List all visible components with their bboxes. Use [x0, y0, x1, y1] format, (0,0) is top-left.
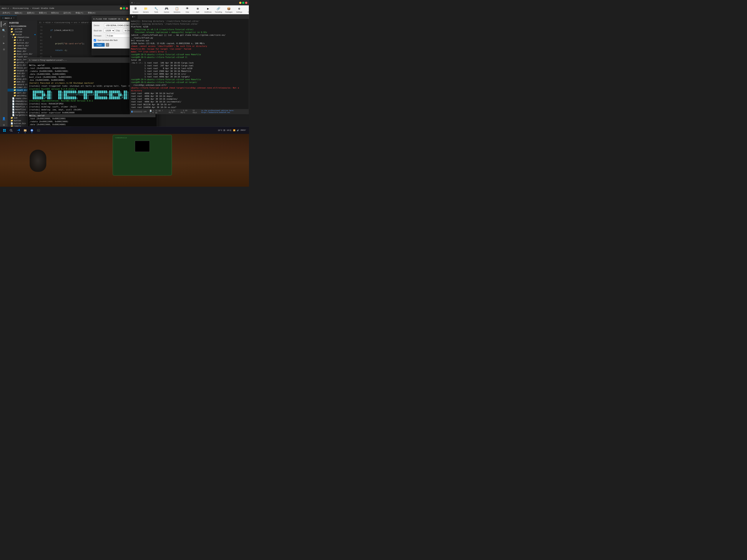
- mobaterm-minimize-button[interactable]: [239, 2, 241, 4]
- svg-rect-7: [24, 129, 25, 130]
- taskbar-apps: >_: [16, 127, 218, 133]
- taskbar-app-explorer[interactable]: [22, 127, 28, 133]
- sidebar-project[interactable]: ▶ RISCVLEARRNING: [7, 25, 37, 28]
- packages-icon: 📦: [227, 7, 231, 11]
- mobaterm-tab-8[interactable]: 8 ×: [130, 15, 138, 19]
- taskbar-app-vscode[interactable]: [16, 127, 22, 133]
- mobaterm-line: 1 root root 0 Apr 30 10:16 last-k210: [131, 67, 248, 70]
- kflash-action-row: Flash i: [94, 43, 134, 47]
- kflash-device-label: Device: [94, 24, 103, 26]
- tunneling-label: Tunneling: [215, 11, 222, 13]
- mobaterm-maximize-button[interactable]: [242, 2, 244, 4]
- menu-goto[interactable]: 转到(G): [50, 11, 60, 14]
- menu-terminal[interactable]: 终端(T): [75, 11, 84, 14]
- net-up-label: ↑ 0.00 Mb/s: [181, 110, 189, 114]
- terminal-line: .rodata [0x80022000, 0x80023000): [29, 120, 155, 123]
- mobaterm-multiexec-btn[interactable]: ▶ MultiExec: [204, 6, 212, 14]
- vscode-window-controls: [120, 7, 128, 9]
- sidebar-item-dmac-dir[interactable]: 📁 dmac.dir: [7, 50, 37, 53]
- tab-main-c[interactable]: C main.c ×: [0, 16, 17, 20]
- mobaterm-games-btn[interactable]: 🎮 Games: [162, 6, 171, 14]
- mobaterm-close-button[interactable]: [245, 2, 247, 4]
- mobaterm-window-controls: [239, 2, 247, 4]
- sidebar-item-github[interactable]: 📁 .github: [7, 28, 37, 30]
- close-button[interactable]: [126, 7, 128, 9]
- minimize-button[interactable]: [120, 7, 122, 9]
- circuit-board: [113, 135, 172, 176]
- mobaterm-view-btn[interactable]: 👁 View: [183, 6, 191, 14]
- kflash-flash-button[interactable]: Flash: [94, 43, 105, 47]
- progress-label: 10%: [143, 111, 147, 113]
- mobaterm-line: 1 root root 4096 Apr 30 10:16 target/: [131, 75, 248, 78]
- progress-bar-fill: [131, 111, 132, 113]
- mobaterm-line: root root 961136 Apr 30 10:16 os*: [131, 103, 248, 106]
- mobaterm-help-btn[interactable]: ? Help: [246, 6, 249, 14]
- kflash-minimize-button[interactable]: [126, 18, 129, 20]
- terminal-icon: >_: [37, 129, 40, 132]
- games-label: Games: [164, 11, 169, 13]
- taskbar: >_ 25°C 阴 S中文 📶 🔊 2022/: [0, 127, 249, 134]
- activity-search[interactable]: 🔍: [1, 28, 7, 33]
- mobaterm-tab-label: 8: [132, 16, 133, 18]
- sidebar-item-cmakefiles[interactable]: ▼ 📁 CMakeFiles: [7, 36, 37, 39]
- sidebar-item-vscode[interactable]: 📁 .vscode: [7, 30, 37, 33]
- activity-extensions[interactable]: ⊞: [1, 47, 7, 52]
- vscode-icon: [17, 129, 20, 132]
- taskbar-weather: 25°C 阴: [218, 129, 225, 132]
- mobaterm-line: total 20: [131, 59, 248, 61]
- kflash-info-button[interactable]: i: [106, 43, 109, 47]
- taskbar-app-terminal[interactable]: >_: [35, 127, 42, 133]
- mobaterm-tunneling-btn[interactable]: 🔗 Tunneling: [214, 6, 223, 14]
- board-screen: [135, 141, 150, 152]
- mobaterm-tools-btn[interactable]: 🔧 Tools: [152, 6, 160, 14]
- sidebar-item-button-dir[interactable]: 📁 button.dir: [7, 42, 37, 44]
- mobaterm-line: root root 4096 Apr 30 10:16 incremental/: [131, 100, 248, 103]
- mobaterm-line: root root 144056 Apr 30 10:16 os.bin*: [131, 106, 248, 109]
- mobaterm-tab-close[interactable]: ×: [134, 16, 135, 18]
- mobaterm-line: 1 root root 2980 Apr 30 10:16 Makefile: [131, 70, 248, 73]
- view-icon: 👁: [185, 7, 189, 11]
- mobaterm-line: root@VM-20-9-ubuntu:~/rCore-Tutorial-v3/…: [131, 53, 248, 56]
- mobaterm-settings-btn[interactable]: ⚙ Settings: [235, 6, 243, 14]
- start-button[interactable]: [1, 127, 7, 133]
- multiexec-icon: ▶: [206, 7, 210, 11]
- tools-label: Tools: [154, 11, 158, 13]
- mobaterm-split-btn[interactable]: ⊞ Split: [194, 6, 202, 14]
- taskbar-search-button[interactable]: [8, 127, 14, 133]
- session-icon: 🖥: [133, 7, 137, 11]
- taskbar-app-chrome[interactable]: [29, 127, 35, 133]
- mobaterm-line: root root 4096 Apr 30 10:16 build/: [131, 92, 248, 95]
- activity-account[interactable]: 👤: [1, 116, 7, 122]
- activity-git[interactable]: ⑂: [1, 34, 7, 40]
- sidebar-item-build[interactable]: ▼ 📁 build: [7, 33, 37, 36]
- mobaterm-body[interactable]: make[1]: Entering directory '/root/rCore…: [130, 19, 249, 109]
- menu-run[interactable]: 运行(R): [62, 11, 72, 14]
- maximize-button[interactable]: [123, 7, 125, 9]
- sidebar-item-3221[interactable]: 📁 3.22.1: [7, 39, 37, 42]
- tab-close-button[interactable]: ×: [13, 17, 15, 19]
- kflash-open-terminal-label: Open terminal after flash: [97, 39, 118, 41]
- menu-edit[interactable]: 编辑(E): [14, 11, 23, 14]
- mobaterm-toolbar: 🖥 Session 📁 Servers 🔧 Tools 🎮 Games 📋 Se…: [130, 5, 249, 14]
- activity-debug[interactable]: ▶: [1, 40, 7, 46]
- sidebar-item-dual-core-dir[interactable]: 📁 dual_core.dir: [7, 53, 37, 55]
- mobaterm-sessions-btn[interactable]: 📋 Sessions: [173, 6, 181, 14]
- mobaterm-session-btn[interactable]: 🖥 Session: [131, 6, 139, 14]
- menu-select[interactable]: 选择(S): [26, 11, 35, 14]
- activity-explorer[interactable]: ⎇: [1, 21, 7, 27]
- menu-help[interactable]: 帮助(H): [87, 11, 96, 14]
- kflash-open-terminal-checkbox[interactable]: [94, 39, 96, 42]
- mobaterm-servers-btn[interactable]: 📁 Servers: [142, 6, 150, 14]
- mobaterm-line: make: *** [run-inner] Error 1: [131, 50, 248, 53]
- mobaterm-packages-btn[interactable]: 📦 Packages: [225, 6, 233, 14]
- menu-view[interactable]: 查看(V): [38, 11, 47, 14]
- terminal-line-highlight: Hello, world!: [29, 114, 155, 117]
- menu-file[interactable]: 文件(F): [2, 11, 11, 14]
- taskbar-clock[interactable]: 2022/: [240, 129, 246, 132]
- taskbar-ime[interactable]: S中文: [227, 129, 232, 132]
- kflash-titlebar: K-FLASH FOR YAHBOOM V0.4.2: [92, 17, 136, 22]
- sidebar-item-cmaketmp[interactable]: 📁 CMakeTmp: [7, 47, 37, 50]
- servers-icon: 📁: [144, 7, 148, 11]
- sidebar-item-camera-dir[interactable]: 📁 camera.dir: [7, 44, 37, 47]
- kflash-baud-select[interactable]: 115200: [104, 29, 115, 32]
